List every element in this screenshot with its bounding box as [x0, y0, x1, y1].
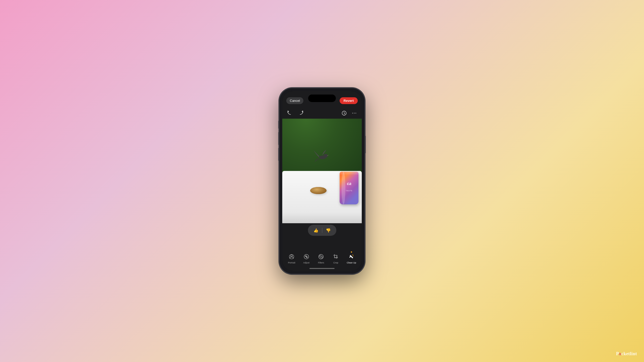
crop-icon	[332, 253, 340, 260]
feedback-pill: 👍 👎	[308, 225, 336, 236]
dynamic-island	[308, 95, 336, 102]
photo-container[interactable]: ca TASTE	[282, 119, 362, 223]
bird-silhouette	[312, 148, 333, 163]
phone-screen: Cancel Revert	[282, 91, 362, 271]
more-icon[interactable]	[351, 110, 358, 117]
svg-point-3	[355, 113, 356, 114]
cancel-button[interactable]: Cancel	[286, 97, 303, 104]
undo-icon[interactable]	[286, 110, 293, 117]
filters-icon	[317, 253, 325, 260]
svg-point-10	[307, 257, 307, 258]
crop-label: Crop	[333, 261, 338, 264]
mute-button	[278, 121, 279, 129]
volume-down-button	[278, 148, 279, 161]
photo-scene: ca TASTE	[282, 119, 362, 223]
tool-portrait[interactable]: Portrait	[288, 253, 295, 264]
feedback-section: 👍 👎	[282, 223, 362, 237]
phone-body: Cancel Revert	[279, 88, 365, 274]
tool-adjust[interactable]: Adjust	[303, 253, 310, 264]
toolbar-right	[341, 110, 358, 117]
svg-point-1	[352, 113, 353, 114]
watermark: Pocketlint	[616, 351, 637, 356]
redo-icon[interactable]	[297, 110, 304, 117]
feedback-divider	[322, 228, 322, 233]
svg-point-19	[352, 254, 353, 255]
portrait-label: Portrait	[288, 261, 295, 264]
food-item	[310, 187, 327, 194]
tool-cleanup[interactable]: Clean Up	[347, 253, 356, 264]
cleanup-label: Clean Up	[347, 261, 356, 264]
thumbs-down-button[interactable]: 👎	[324, 226, 332, 234]
portrait-icon	[288, 253, 295, 260]
markup-icon[interactable]	[341, 110, 348, 117]
home-indicator-bar	[282, 266, 362, 271]
cleanup-icon	[348, 253, 355, 260]
svg-point-18	[353, 256, 354, 256]
soda-can: ca TASTE	[340, 172, 358, 204]
toolbar-left	[286, 110, 304, 117]
adjust-label: Adjust	[303, 261, 309, 264]
svg-point-9	[305, 256, 306, 256]
svg-point-17	[352, 255, 353, 256]
svg-point-5	[324, 154, 328, 158]
adjust-icon	[303, 253, 310, 260]
foliage-background	[282, 119, 362, 176]
watermark-text: cketlint	[621, 351, 637, 356]
svg-point-2	[354, 113, 355, 114]
toolbar-items: Portrait Adjust	[282, 249, 362, 266]
home-indicator	[309, 268, 335, 269]
bottom-toolbar: Portrait Adjust	[282, 249, 362, 271]
watermark-dot: o	[619, 351, 622, 356]
volume-up-button	[278, 132, 279, 145]
thumbs-up-button[interactable]: 👍	[312, 226, 320, 234]
filters-label: Filters	[318, 261, 324, 264]
power-button	[365, 136, 366, 153]
secondary-toolbar	[282, 108, 362, 119]
svg-point-6	[291, 255, 293, 257]
phone-mockup: Cancel Revert	[279, 88, 365, 274]
revert-button[interactable]: Revert	[340, 97, 358, 104]
empty-section	[282, 237, 362, 249]
svg-point-13	[321, 256, 323, 258]
active-indicator	[351, 251, 352, 253]
watermark-p: P	[616, 351, 619, 356]
tool-crop[interactable]: Crop	[332, 253, 340, 264]
tool-filters[interactable]: Filters	[317, 253, 325, 264]
